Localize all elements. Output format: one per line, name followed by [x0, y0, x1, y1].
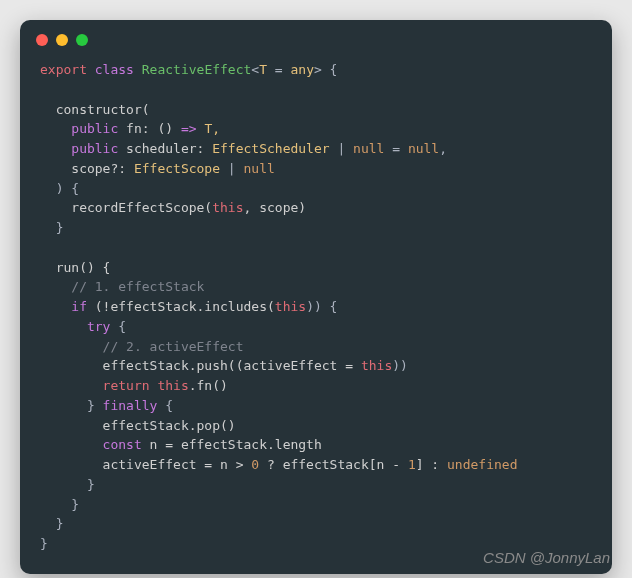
close-icon[interactable]	[36, 34, 48, 46]
rest: , scope)	[244, 200, 307, 215]
minimize-icon[interactable]	[56, 34, 68, 46]
close: ))	[392, 358, 408, 373]
keyword-return: return	[40, 378, 150, 393]
num-zero: 0	[251, 457, 259, 472]
num-one: 1	[408, 457, 416, 472]
constructor-line: constructor(	[40, 102, 150, 117]
class-name: ReactiveEffect	[142, 62, 252, 77]
push-call: effectStack.push((activeEffect =	[40, 358, 361, 373]
this: this	[212, 200, 243, 215]
comment: // 1. effectStack	[40, 279, 204, 294]
param-scope: scope?:	[40, 161, 134, 176]
keyword-public: public	[40, 121, 118, 136]
maximize-icon[interactable]	[76, 34, 88, 46]
pop-call: effectStack.pop()	[40, 418, 236, 433]
null: null	[408, 141, 439, 156]
keyword-export: export	[40, 62, 87, 77]
type-effectscheduler: EffectScheduler	[212, 141, 329, 156]
null: null	[244, 161, 275, 176]
brace-close: }	[40, 516, 63, 531]
keyword-if: if	[40, 299, 87, 314]
this: this	[361, 358, 392, 373]
comment: // 2. activeEffect	[40, 339, 244, 354]
type-effectscope: EffectScope	[134, 161, 220, 176]
this: this	[275, 299, 306, 314]
null: null	[353, 141, 384, 156]
brace-close: }	[40, 497, 79, 512]
close: )) {	[306, 299, 337, 314]
keyword-public: public	[40, 141, 118, 156]
brace: {	[110, 319, 126, 334]
close: ] :	[416, 457, 447, 472]
paren-close: ) {	[40, 181, 79, 196]
keyword-const: const	[40, 437, 142, 452]
code-window: export class ReactiveEffect<T = any> { c…	[20, 20, 612, 574]
arrow: =>	[181, 121, 197, 136]
comma: ,	[439, 141, 447, 156]
assign: activeEffect = n >	[40, 457, 251, 472]
fn-call: .fn()	[189, 378, 228, 393]
keyword-finally: finally	[95, 398, 158, 413]
cond: (!effectStack.includes(	[87, 299, 275, 314]
param-fn: fn: ()	[118, 121, 181, 136]
eq: =	[384, 141, 407, 156]
param-sched: scheduler:	[118, 141, 212, 156]
brace-close: }	[40, 536, 48, 551]
var-n: n = effectStack.length	[142, 437, 322, 452]
brace-close: }	[40, 398, 95, 413]
keyword-try: try	[40, 319, 110, 334]
punct: > {	[314, 62, 337, 77]
call-record: recordEffectScope(	[40, 200, 212, 215]
brace-close: }	[40, 477, 95, 492]
type-param: T	[259, 62, 267, 77]
tern: ? effectStack[n -	[259, 457, 408, 472]
type-T: T,	[197, 121, 220, 136]
type-any: any	[290, 62, 313, 77]
window-titlebar	[20, 20, 612, 54]
keyword-class: class	[95, 62, 134, 77]
this: this	[150, 378, 189, 393]
method-run: run() {	[40, 260, 110, 275]
code-block: export class ReactiveEffect<T = any> { c…	[20, 54, 612, 574]
punct: <	[251, 62, 259, 77]
brace-close: }	[40, 220, 63, 235]
undefined: undefined	[447, 457, 517, 472]
punct: =	[267, 62, 290, 77]
pipe: |	[220, 161, 243, 176]
pipe: |	[330, 141, 353, 156]
watermark: CSDN @JonnyLan	[483, 549, 610, 566]
brace: {	[157, 398, 173, 413]
